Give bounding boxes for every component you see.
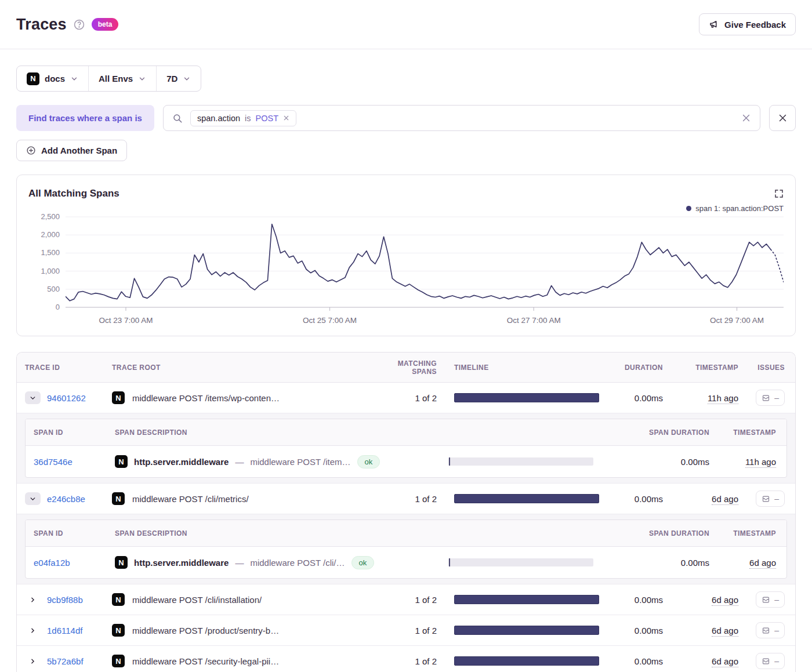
spans-table-header: SPAN ID SPAN DESCRIPTION SPAN DURATION T… [26,520,786,547]
trace-timestamp[interactable]: 6d ago [712,595,738,606]
spans-table-header: SPAN ID SPAN DESCRIPTION SPAN DURATION T… [26,419,786,446]
collapse-row-button[interactable] [25,391,41,404]
search-icon [172,113,183,123]
span-description: middleware POST /cli/… [250,558,345,568]
span-timestamp[interactable]: 11h ago [745,457,776,468]
issues-button[interactable]: – [756,622,785,638]
issues-button[interactable]: – [756,491,785,507]
trace-timestamp[interactable]: 6d ago [712,626,738,637]
span-timeline-bar[interactable] [448,558,593,566]
trace-duration: 0.00ms [599,595,663,605]
matching-spans-count: 1 of 2 [373,393,437,403]
trace-root-label: middleware POST /security-legal-pii… [132,656,279,666]
date-range-selector[interactable]: 7D [157,66,201,91]
span-search-input[interactable]: span.action is POST [163,105,760,131]
trace-duration: 0.00ms [599,393,663,403]
span-description: middleware POST /item… [250,457,350,467]
matching-spans-count: 1 of 2 [373,626,437,635]
trace-id-link[interactable]: 1d6114df [47,626,82,635]
span-id-link[interactable]: e04fa12b [34,558,115,568]
nextjs-project-icon: N [112,391,125,404]
nextjs-project-icon: N [115,455,128,468]
x-axis-labels: Oct 23 7:00 AM Oct 25 7:00 AM Oct 27 7:0… [66,314,784,329]
chevron-down-icon [138,75,146,83]
chart-legend: span 1: span.action:POST [686,204,784,213]
matching-spans-count: 1 of 2 [373,494,437,504]
trace-id-link[interactable]: 9cb9f88b [47,595,83,605]
trace-root-label: middleware POST /cli/metrics/ [132,494,249,504]
nextjs-project-icon: N [27,72,39,85]
chevron-down-icon [183,75,191,83]
trace-id-link[interactable]: 5b72a6bf [47,656,84,666]
span-operation: http.server.middleware [134,457,229,467]
issues-button[interactable]: – [756,653,785,669]
traces-page: N docs All Envs 7D Find traces where a s… [0,49,812,672]
expand-row-button[interactable] [25,596,41,604]
remove-token-icon[interactable] [283,115,289,121]
matching-spans-count: 1 of 2 [373,656,437,666]
trace-root-label: middleware POST /items/wp-conten… [132,393,280,403]
beta-badge: beta [92,18,119,31]
clear-search-icon[interactable] [741,113,751,123]
span-timeline-bar[interactable] [448,457,593,466]
issues-icon [762,595,770,604]
expanded-spans-section: SPAN ID SPAN DESCRIPTION SPAN DURATION T… [17,514,795,584]
page-filter-bar: N docs All Envs 7D [16,66,201,92]
table-row: 9cb9f88b N middleware POST /cli/installa… [17,584,795,615]
chart-area: 2,500 2,000 1,500 1,000 500 0 [28,215,784,329]
table-row: 1d6114df N middleware POST /product/sent… [17,615,795,646]
trace-timeline-bar[interactable] [454,626,599,635]
project-selector[interactable]: N docs [17,66,89,91]
table-row: 5b72a6bf N middleware POST /security-leg… [17,646,795,672]
trace-timestamp[interactable]: 6d ago [712,494,738,505]
chart-title: All Matching Spans [28,188,784,199]
trace-duration: 0.00ms [599,626,663,635]
issues-icon [762,394,770,402]
help-icon[interactable] [74,19,85,30]
traces-table-header: TRACE ID TRACE ROOT MATCHING SPANS TIMEL… [17,353,795,383]
span-duration: 0.00ms [611,558,709,568]
environment-selector[interactable]: All Envs [89,66,157,91]
span-status-badge: ok [351,556,375,569]
span-timestamp[interactable]: 6d ago [749,558,776,569]
top-bar: Traces beta Give Feedback [0,0,812,49]
trace-timeline-bar[interactable] [454,595,599,604]
nextjs-project-icon: N [112,624,125,637]
expand-row-button[interactable] [25,627,41,634]
trace-timeline-bar[interactable] [454,494,599,503]
legend-label: span 1: span.action:POST [695,204,784,213]
span-operation: http.server.middleware [134,558,229,568]
trace-timestamp[interactable]: 6d ago [712,656,738,667]
trace-id-link[interactable]: 94601262 [47,393,86,403]
issues-icon [762,657,770,666]
trace-duration: 0.00ms [599,656,663,666]
collapse-row-button[interactable] [25,492,41,505]
trace-root-label: middleware POST /cli/installation/ [132,595,262,605]
nextjs-project-icon: N [115,556,128,569]
span-status-badge: ok [357,455,380,468]
span-query-row: Find traces where a span is span.action … [16,105,796,131]
plus-circle-icon [26,146,36,155]
trace-timeline-bar[interactable] [454,393,599,402]
line-chart-plot[interactable]: Oct 23 7:00 AM Oct 25 7:00 AM Oct 27 7:0… [66,215,784,329]
page-title: Traces [16,16,67,34]
give-feedback-button[interactable]: Give Feedback [699,13,796,35]
issues-icon [762,495,770,503]
issues-icon [762,626,770,635]
span-id-link[interactable]: 36d7546e [34,457,115,467]
expand-row-button[interactable] [25,658,41,665]
add-another-span-button[interactable]: Add Another Span [16,140,127,161]
expand-chart-icon[interactable] [774,189,784,200]
span-row: 36d7546e N http.server.middleware — midd… [26,446,786,477]
trace-id-link[interactable]: e246cb8e [47,494,85,504]
trace-timeline-bar[interactable] [454,656,599,666]
expanded-spans-section: SPAN ID SPAN DESCRIPTION SPAN DURATION T… [17,413,795,484]
search-token[interactable]: span.action is POST [190,110,296,126]
remove-query-button[interactable] [769,105,796,131]
issues-button[interactable]: – [756,591,785,608]
issues-button[interactable]: – [756,390,785,406]
chevron-down-icon [70,75,78,83]
y-axis-labels: 2,500 2,000 1,500 1,000 500 0 [28,215,66,312]
find-traces-pill: Find traces where a span is [16,105,154,131]
trace-timestamp[interactable]: 11h ago [708,393,738,404]
